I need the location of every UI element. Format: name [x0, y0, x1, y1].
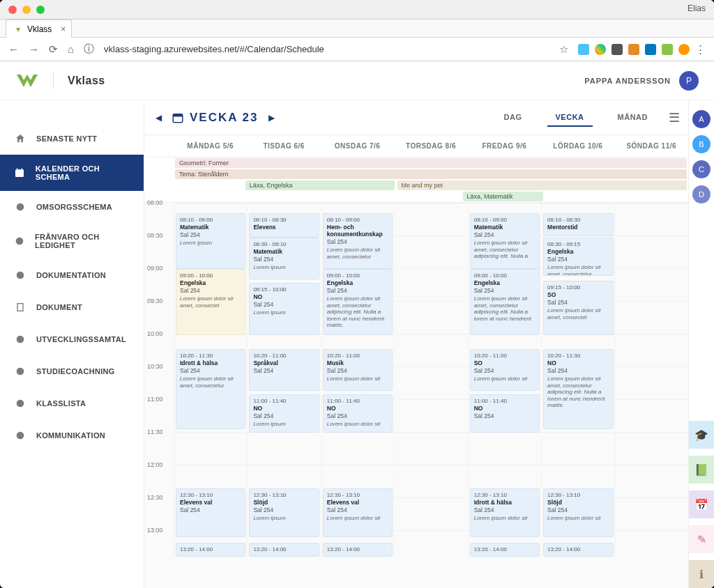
- calendar-event[interactable]: 08:30 - 09:15EngelskaSal 254Lorem ipsum …: [543, 238, 613, 276]
- calendar-event[interactable]: 09:00 - 10:00EngelskaSal 254Lorem ipsum …: [176, 269, 245, 335]
- day-header-3[interactable]: TORSDAG 8/6: [394, 135, 467, 157]
- calendar-event[interactable]: 11:00 - 11:40NOSal 254Lorem ipsum: [249, 394, 319, 433]
- allday-event[interactable]: Me and my pet: [397, 180, 687, 190]
- calendar-event[interactable]: 09:15 - 10:00SOSal 254Lorem ipsum dolor …: [543, 281, 613, 335]
- day-header-0[interactable]: MÅNDAG 5/6: [174, 135, 247, 157]
- home-button[interactable]: ⌂: [68, 43, 74, 55]
- rail-avatar-b[interactable]: B: [692, 135, 711, 153]
- user-name[interactable]: PAPPA ANDERSSON: [584, 77, 671, 85]
- rail-tab-1[interactable]: 📗: [689, 456, 714, 483]
- rail-tab-4[interactable]: ℹ: [689, 560, 714, 588]
- extension-icon[interactable]: [578, 44, 589, 55]
- study-icon: [14, 365, 26, 378]
- calendar-event[interactable]: 10:20 - 11:30Idrott & hälsaSal 254Lorem …: [176, 349, 245, 429]
- sidebar-item-5[interactable]: DOKUMENT: [0, 291, 144, 323]
- calendar-event[interactable]: 10:20 - 11:00MusikSal 254Lorem ipsum dol…: [323, 349, 393, 391]
- allday-event[interactable]: Tema: Stenåldern: [175, 169, 687, 179]
- calendar-event[interactable]: 12:30 - 13:10Elevens valSal 254Lorem ips…: [323, 488, 393, 537]
- calendar-event[interactable]: 13:20 - 14:00: [470, 543, 540, 557]
- calendar-event[interactable]: 12:30 - 13:10SlöjdSal 254Lorem ipsum: [249, 488, 319, 537]
- extension-icon[interactable]: [662, 44, 673, 55]
- calendar-event[interactable]: 13:20 - 14:00: [543, 543, 613, 557]
- calendar-event[interactable]: 09:00 - 10:00EngelskaSal 254Lorem ipsum …: [470, 269, 540, 335]
- rail-tab-3[interactable]: ✎: [689, 525, 714, 553]
- day-header-5[interactable]: LÖRDAG 10/6: [541, 135, 614, 157]
- sidebar-item-0[interactable]: SENASTE NYTT: [0, 123, 144, 155]
- extension-icon[interactable]: [628, 44, 639, 55]
- calendar-event[interactable]: 11:00 - 11:40NOSal 254Lorem ipsum dolor …: [323, 394, 393, 433]
- rail-avatar-d[interactable]: D: [692, 185, 711, 203]
- day-header-6[interactable]: SÖNDAG 11/6: [615, 135, 688, 157]
- extension-icon[interactable]: [612, 44, 623, 55]
- time-label: 12:00: [147, 461, 163, 468]
- rail-tab-0[interactable]: 🎓: [689, 421, 714, 449]
- forward-button[interactable]: →: [29, 43, 39, 55]
- calendar-event[interactable]: 13:20 - 14:00: [323, 543, 393, 557]
- allday-section: Geometri: Former Tema: Stenåldern Läxa, …: [144, 157, 688, 203]
- tab-title: Vklass: [27, 24, 52, 34]
- bookmark-star-button[interactable]: ☆: [559, 43, 568, 56]
- list-view-icon[interactable]: ☰: [669, 110, 680, 125]
- rail-avatar-c[interactable]: C: [692, 160, 711, 178]
- view-month[interactable]: MÅNAD: [609, 109, 656, 127]
- calendar-event[interactable]: 12:30 - 13:10Idrott & hälsaSal 254Lorem …: [470, 488, 540, 537]
- calendar-event[interactable]: 08:10 - 08:30Mentorstid: [543, 213, 613, 236]
- sidebar-item-6[interactable]: UTVECKLINGSSAMTAL: [0, 323, 144, 355]
- svg-point-7: [17, 336, 24, 343]
- calendar-event[interactable]: 12:30 - 13:10Elevens valSal 254: [176, 488, 245, 537]
- day-header-2[interactable]: ONSDAG 7/6: [321, 135, 394, 157]
- view-day[interactable]: DAG: [496, 109, 531, 127]
- calendar-event[interactable]: 12:30 - 13:10SlöjdSal 254Lorem ipsum dol…: [543, 488, 613, 537]
- reload-button[interactable]: ⟳: [49, 43, 58, 56]
- calendar-event[interactable]: 10:20 - 11:00SOSal 254Lorem ipsum dolor …: [470, 349, 540, 391]
- calendar-event[interactable]: 08:10 - 08:30Elevens: [249, 213, 319, 238]
- site-info-icon[interactable]: ⓘ: [84, 42, 94, 56]
- address-bar[interactable]: vklass-staging.azurewebsites.net/#/Calen…: [104, 44, 549, 54]
- calendar-event[interactable]: 10:20 - 11:00SpråkvalSal 254: [249, 349, 319, 391]
- day-header-1[interactable]: TISDAG 6/6: [247, 135, 320, 157]
- calendar-toolbar: ◀ VECKA 23 ▶ DAG VECKA MÅNAD ☰: [144, 100, 688, 135]
- extension-icon[interactable]: [645, 44, 656, 55]
- calendar-event[interactable]: 09:00 - 10:00EngelskaSal 254Lorem ipsum …: [323, 269, 393, 335]
- prev-week-button[interactable]: ◀: [153, 110, 165, 125]
- browser-tab[interactable]: ▾ Vklass ×: [6, 20, 72, 38]
- calendar-event[interactable]: 08:10 - 09:00MatematikSal 254Lorem ipsum: [176, 213, 245, 269]
- calendar-event[interactable]: 13:20 - 14:00: [176, 543, 245, 557]
- allday-event[interactable]: Läxa, Matematik: [463, 192, 543, 201]
- sidebar-item-9[interactable]: KOMMUNIKATION: [0, 419, 144, 451]
- calendar-event[interactable]: 11:00 - 11:40NOSal 254: [470, 394, 540, 433]
- rail-tab-2[interactable]: 📅: [689, 490, 714, 518]
- sidebar-item-3[interactable]: FRÅNVARO OCH LEDIGHET: [0, 223, 144, 259]
- calendar-event[interactable]: 10:20 - 11:30NOSal 254Lorem ipsum dolor …: [543, 349, 613, 429]
- sidebar-item-7[interactable]: STUDIECOACHNING: [0, 355, 144, 387]
- rail-avatar-a[interactable]: A: [692, 110, 711, 128]
- absence-icon: [14, 235, 25, 247]
- calendar-event[interactable]: 13:20 - 14:00: [249, 543, 319, 557]
- window-maximize-button[interactable]: [36, 6, 45, 14]
- allday-event[interactable]: Geometri: Former: [175, 158, 687, 168]
- sidebar-item-2[interactable]: OMSORGSSCHEMA: [0, 191, 144, 223]
- view-week[interactable]: VECKA: [547, 109, 593, 127]
- sidebar-item-1[interactable]: KALENDER OCH SCHEMA: [0, 155, 144, 191]
- day-column-4: 08:10 - 09:00MatematikSal 254Lorem ipsum…: [468, 203, 541, 558]
- sidebar-item-8[interactable]: KLASSLISTA: [0, 387, 144, 419]
- calendar-event[interactable]: 09:15 - 10:00NOSal 254Lorem ipsum: [249, 283, 319, 335]
- next-week-button[interactable]: ▶: [266, 110, 278, 125]
- extension-icon[interactable]: [595, 44, 606, 55]
- window-close-button[interactable]: [8, 6, 17, 14]
- allday-event[interactable]: Läxa, Engelska: [245, 180, 395, 190]
- calendar-event[interactable]: 08:30 - 09:10MatematikSal 254Lorem ipsum: [249, 238, 319, 279]
- calendar-event[interactable]: 08:10 - 09:00Hem- och konsumentkunskapSa…: [323, 213, 393, 269]
- calendar-event[interactable]: 08:10 - 09:00MatematikSal 254Lorem ipsum…: [470, 213, 540, 269]
- user-avatar[interactable]: P: [679, 71, 699, 91]
- tab-close-button[interactable]: ×: [61, 24, 66, 34]
- window-minimize-button[interactable]: [22, 6, 31, 14]
- day-header-4[interactable]: FREDAG 9/6: [468, 135, 541, 157]
- sidebar-item-4[interactable]: DOKUMENTATION: [0, 259, 144, 291]
- extension-icon[interactable]: [678, 44, 690, 55]
- browser-menu-button[interactable]: ⋮: [695, 43, 706, 56]
- macos-titlebar: [0, 0, 714, 20]
- time-label: 12:30: [147, 494, 163, 501]
- right-rail: ABCD🎓📗📅✎ℹ: [689, 100, 714, 588]
- back-button[interactable]: ←: [8, 43, 19, 55]
